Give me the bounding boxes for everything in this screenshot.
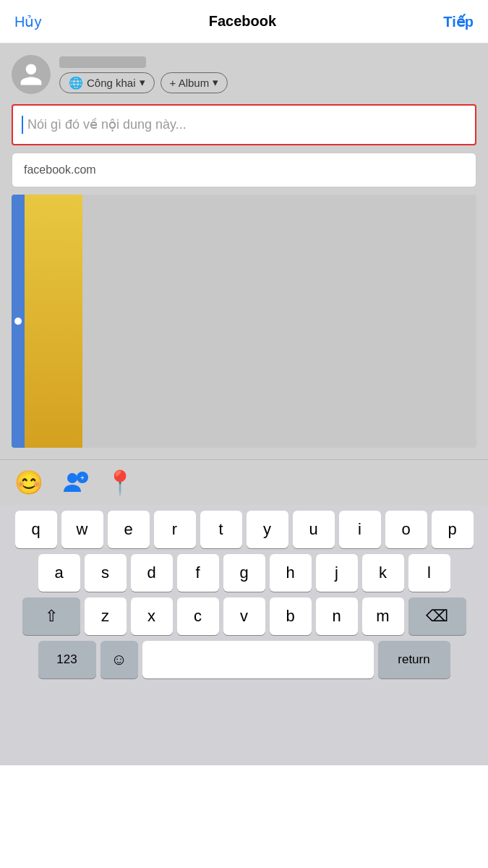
key-v[interactable]: v bbox=[223, 597, 265, 635]
numbers-key[interactable]: 123 bbox=[38, 641, 96, 678]
key-q[interactable]: q bbox=[15, 511, 57, 548]
public-label: Công khai bbox=[87, 77, 136, 89]
return-key[interactable]: return bbox=[378, 641, 450, 678]
preview-image bbox=[25, 195, 82, 448]
bottom-toolbar: 😊 + 📍 bbox=[0, 459, 488, 505]
keyboard-row-4: 123 ☺ return bbox=[3, 641, 485, 678]
keyboard: q w e r t y u i o p a s d f g h j k l ⇧ … bbox=[0, 505, 488, 765]
key-b[interactable]: b bbox=[270, 597, 312, 635]
album-pill[interactable]: + Album ▾ bbox=[160, 72, 228, 93]
key-h[interactable]: h bbox=[270, 554, 312, 592]
url-preview-box: facebook.com bbox=[12, 153, 476, 187]
svg-point-0 bbox=[67, 473, 77, 483]
key-p[interactable]: p bbox=[432, 511, 474, 548]
key-x[interactable]: x bbox=[131, 597, 173, 635]
album-label: + Album bbox=[170, 77, 210, 89]
post-text-input[interactable]: Nói gì đó về nội dung này... bbox=[12, 104, 476, 145]
globe-icon: 🌐 bbox=[69, 76, 83, 90]
pills-row: 🌐 Công khai ▾ + Album ▾ bbox=[59, 72, 228, 93]
key-j[interactable]: j bbox=[316, 554, 358, 592]
key-e[interactable]: e bbox=[108, 511, 150, 548]
keyboard-row-3: ⇧ z x c v b n m ⌫ bbox=[3, 597, 485, 635]
user-name-blurred bbox=[59, 56, 146, 68]
user-info: 🌐 Công khai ▾ + Album ▾ bbox=[59, 56, 228, 93]
user-row: 🌐 Công khai ▾ + Album ▾ bbox=[12, 55, 476, 94]
key-t[interactable]: t bbox=[200, 511, 242, 548]
avatar-icon bbox=[18, 61, 44, 88]
key-c[interactable]: c bbox=[177, 597, 219, 635]
key-r[interactable]: r bbox=[154, 511, 196, 548]
emoji-key[interactable]: ☺ bbox=[100, 641, 138, 678]
key-f[interactable]: f bbox=[177, 554, 219, 592]
spacebar[interactable] bbox=[142, 641, 374, 678]
key-l[interactable]: l bbox=[408, 554, 450, 592]
chevron-down-icon-album: ▾ bbox=[213, 76, 218, 89]
public-pill[interactable]: 🌐 Công khai ▾ bbox=[59, 72, 155, 93]
key-d[interactable]: d bbox=[131, 554, 173, 592]
page-title: Facebook bbox=[209, 13, 276, 30]
key-m[interactable]: m bbox=[362, 597, 404, 635]
key-a[interactable]: a bbox=[38, 554, 80, 592]
key-z[interactable]: z bbox=[85, 597, 127, 635]
key-o[interactable]: o bbox=[385, 511, 427, 548]
location-pin-button[interactable]: 📍 bbox=[106, 469, 134, 496]
shift-key[interactable]: ⇧ bbox=[22, 597, 80, 635]
keyboard-row-2: a s d f g h j k l bbox=[3, 554, 485, 592]
avatar bbox=[12, 55, 51, 94]
post-text-placeholder: Nói gì đó về nội dung này... bbox=[22, 116, 466, 134]
key-i[interactable]: i bbox=[339, 511, 381, 548]
key-n[interactable]: n bbox=[316, 597, 358, 635]
cancel-button[interactable]: Hủy bbox=[14, 13, 41, 30]
preview-dot bbox=[14, 318, 22, 325]
tag-person-button[interactable]: + bbox=[61, 469, 88, 496]
chevron-down-icon: ▾ bbox=[140, 76, 145, 89]
header: Hủy Facebook Tiếp bbox=[0, 0, 488, 43]
key-w[interactable]: w bbox=[61, 511, 103, 548]
key-k[interactable]: k bbox=[362, 554, 404, 592]
key-s[interactable]: s bbox=[85, 554, 127, 592]
svg-text:+: + bbox=[80, 474, 85, 482]
content-preview bbox=[12, 195, 476, 448]
next-button[interactable]: Tiếp bbox=[443, 13, 474, 30]
key-g[interactable]: g bbox=[223, 554, 265, 592]
person-tag-icon: + bbox=[61, 469, 88, 496]
backspace-key[interactable]: ⌫ bbox=[408, 597, 466, 635]
key-u[interactable]: u bbox=[293, 511, 335, 548]
url-text: facebook.com bbox=[24, 163, 96, 176]
key-y[interactable]: y bbox=[247, 511, 288, 548]
compose-area: 🌐 Công khai ▾ + Album ▾ Nói gì đó về nội… bbox=[0, 43, 488, 459]
keyboard-row-1: q w e r t y u i o p bbox=[3, 511, 485, 548]
emoji-toolbar-button[interactable]: 😊 bbox=[14, 469, 43, 496]
